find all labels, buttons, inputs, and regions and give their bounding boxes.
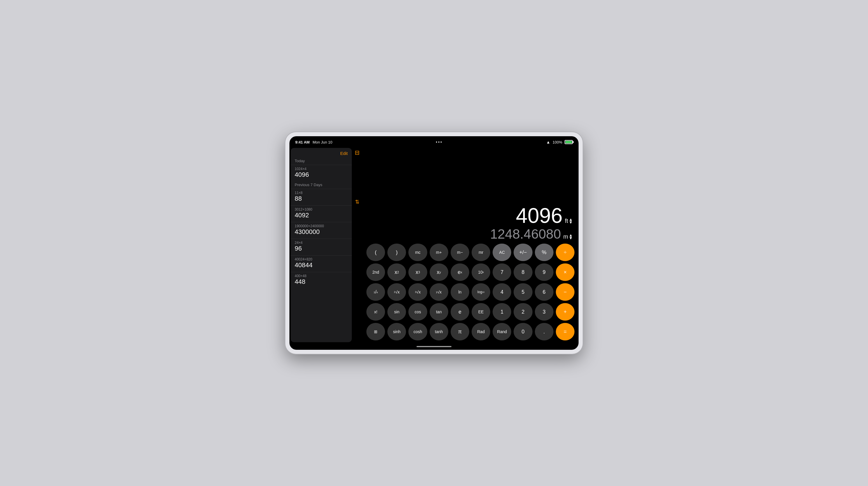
ipad-screen: 9:41 AM Mon Jun 10 ••• ▲ 100% Edit Today: [289, 136, 579, 350]
history-expr: 11×8: [295, 191, 348, 195]
today-section-label: Today: [290, 158, 352, 165]
btn-equals[interactable]: =: [556, 323, 575, 340]
btn-9[interactable]: 9: [535, 263, 554, 281]
btn-10x[interactable]: 10x: [472, 263, 490, 281]
btn-mplus[interactable]: m+: [430, 244, 448, 261]
btn-sign[interactable]: +/−: [514, 244, 532, 261]
btn-grid[interactable]: ⊞: [366, 323, 385, 340]
btn-divide[interactable]: ÷: [556, 244, 575, 261]
history-item[interactable]: 40024+820 40844: [290, 255, 352, 272]
btn-close-paren[interactable]: ): [388, 244, 406, 261]
btn-open-paren[interactable]: (: [366, 244, 385, 261]
history-result: 96: [295, 245, 348, 252]
secondary-display: 1248.46080 m ▲▼: [368, 227, 573, 241]
secondary-unit-label: m: [563, 233, 568, 240]
btn-percent[interactable]: %: [535, 244, 554, 261]
history-item[interactable]: 1900000+2400000 4300000: [290, 222, 352, 239]
btn-2nd[interactable]: 2nd: [366, 263, 385, 281]
btn-5[interactable]: 5: [514, 283, 532, 301]
sidebar-header: Edit: [290, 148, 352, 158]
history-item[interactable]: 1024×4 4096: [290, 165, 352, 181]
btn-3[interactable]: 3: [535, 303, 554, 321]
history-result: 448: [295, 278, 348, 286]
history-expr: 3012+1080: [295, 207, 348, 211]
history-result: 4096: [295, 171, 348, 178]
swap-icon[interactable]: ⇅: [355, 199, 360, 205]
btn-0[interactable]: 0: [514, 323, 532, 340]
history-item[interactable]: 3012+1080 4092: [290, 205, 352, 222]
btn-mr[interactable]: mr: [472, 244, 490, 261]
btn-ee[interactable]: EE: [472, 303, 490, 321]
btn-pi[interactable]: π: [451, 323, 469, 340]
sidebar-toggle-icon[interactable]: ⊟: [355, 149, 360, 156]
primary-unit-chevron: ▲▼: [569, 218, 573, 224]
btn-decimal[interactable]: .: [535, 323, 554, 340]
btn-rand[interactable]: Rand: [493, 323, 511, 340]
history-expr: 400+48: [295, 274, 348, 278]
history-item[interactable]: 11×8 88: [290, 189, 352, 205]
primary-display: 4096 ft ▲▼: [368, 205, 573, 226]
history-item[interactable]: 24×4 96: [290, 239, 352, 255]
btn-x2[interactable]: x2: [388, 263, 406, 281]
btn-minus[interactable]: −: [556, 283, 575, 301]
history-result: 40844: [295, 261, 348, 269]
btn-cosh[interactable]: cosh: [408, 323, 427, 340]
history-expr: 40024+820: [295, 257, 348, 261]
btn-3rtx[interactable]: 3√x: [408, 283, 427, 301]
btn-e[interactable]: e: [451, 303, 469, 321]
btn-cos[interactable]: cos: [408, 303, 427, 321]
btn-xfact[interactable]: x!: [366, 303, 385, 321]
home-indicator: [289, 343, 579, 350]
btn-log10[interactable]: log10: [472, 283, 490, 301]
history-expr: 1024×4: [295, 167, 348, 171]
status-right: ▲ 100%: [546, 140, 573, 144]
main-content: Edit Today 1024×4 4096 Previous 7 Days 1…: [289, 147, 579, 343]
btn-7[interactable]: 7: [493, 263, 511, 281]
history-expr: 24×4: [295, 241, 348, 245]
btn-tan[interactable]: tan: [430, 303, 448, 321]
history-result: 4092: [295, 211, 348, 219]
btn-multiply[interactable]: ×: [556, 263, 575, 281]
status-date: Mon Jun 10: [312, 140, 332, 144]
history-result: 4300000: [295, 228, 348, 236]
btn-yrtx[interactable]: y√x: [430, 283, 448, 301]
calculator-area: 4096 ft ▲▼ 1248.46080 m ▲▼: [362, 147, 579, 343]
display-area: 4096 ft ▲▼ 1248.46080 m ▲▼: [365, 147, 576, 244]
btn-sinh[interactable]: sinh: [388, 323, 406, 340]
history-result: 88: [295, 195, 348, 202]
primary-unit-label: ft: [565, 218, 568, 224]
btn-8[interactable]: 8: [514, 263, 532, 281]
primary-unit-selector[interactable]: ft ▲▼: [565, 218, 573, 224]
battery-percentage: 100%: [553, 140, 562, 144]
secondary-unit-chevron: ▲▼: [569, 234, 573, 240]
btn-plus[interactable]: +: [556, 303, 575, 321]
edit-button[interactable]: Edit: [340, 151, 348, 156]
btn-2[interactable]: 2: [514, 303, 532, 321]
btn-4[interactable]: 4: [493, 283, 511, 301]
btn-xy[interactable]: xy: [430, 263, 448, 281]
btn-1overx[interactable]: 1/x: [366, 283, 385, 301]
btn-ac[interactable]: AC: [493, 244, 511, 261]
home-bar: [416, 346, 452, 347]
buttons-grid: ( ) mc m+ m− mr AC +/− % ÷ 2nd x2 x3 xy …: [365, 244, 576, 340]
btn-mc[interactable]: mc: [408, 244, 427, 261]
btn-ex[interactable]: ex: [451, 263, 469, 281]
sidebar: Edit Today 1024×4 4096 Previous 7 Days 1…: [290, 148, 352, 342]
btn-1[interactable]: 1: [493, 303, 511, 321]
status-bar: 9:41 AM Mon Jun 10 ••• ▲ 100%: [289, 136, 579, 147]
btn-rad[interactable]: Rad: [472, 323, 490, 340]
wifi-icon: ▲: [546, 140, 550, 144]
ipad-frame: 9:41 AM Mon Jun 10 ••• ▲ 100% Edit Today: [285, 132, 583, 354]
status-time-date: 9:41 AM Mon Jun 10: [295, 140, 332, 144]
primary-value: 4096: [516, 205, 562, 226]
secondary-unit-selector[interactable]: m ▲▼: [563, 233, 573, 240]
battery-icon: [565, 140, 573, 144]
btn-x3[interactable]: x3: [408, 263, 427, 281]
btn-sin[interactable]: sin: [388, 303, 406, 321]
btn-mminus[interactable]: m−: [451, 244, 469, 261]
btn-tanh[interactable]: tanh: [430, 323, 448, 340]
btn-6[interactable]: 6: [535, 283, 554, 301]
btn-ln[interactable]: ln: [451, 283, 469, 301]
btn-2rtx[interactable]: 2√x: [388, 283, 406, 301]
history-item[interactable]: 400+48 448: [290, 272, 352, 288]
